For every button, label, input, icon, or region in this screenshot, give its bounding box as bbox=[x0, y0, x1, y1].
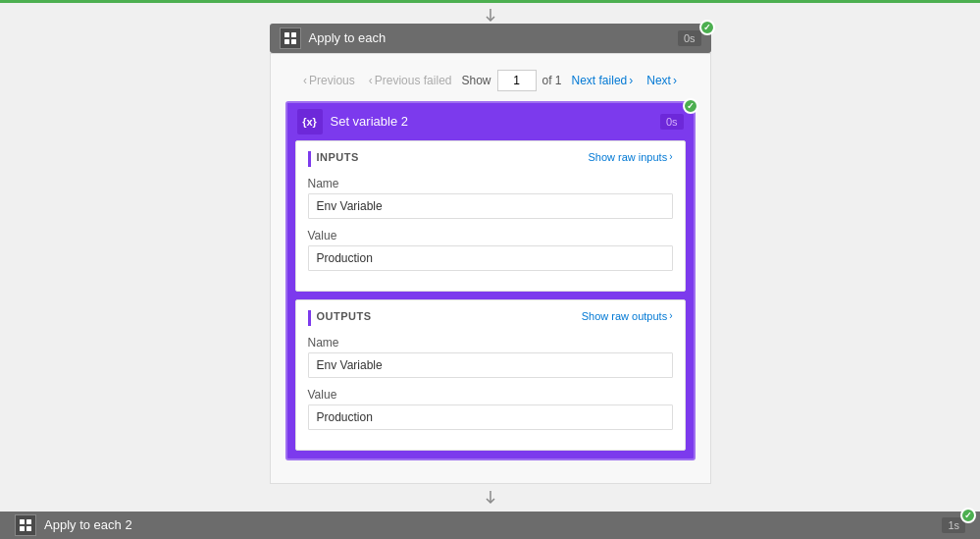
apply-each-icon bbox=[280, 27, 301, 49]
inputs-name-label: Name bbox=[308, 177, 673, 190]
outputs-title: OUTPUTS bbox=[317, 310, 372, 322]
apply-each-left: Apply to each bbox=[280, 27, 387, 49]
svg-rect-8 bbox=[20, 526, 25, 531]
outputs-value-value: Production bbox=[308, 404, 673, 430]
show-label: Show bbox=[461, 74, 490, 87]
set-variable-left: {x} Set variable 2 bbox=[297, 109, 409, 135]
inputs-value-value: Production bbox=[308, 245, 673, 271]
previous-button[interactable]: ‹ Previous bbox=[299, 72, 359, 89]
set-variable-badge: 0s bbox=[660, 114, 684, 130]
ae2-left: Apply to each 2 bbox=[15, 514, 132, 536]
svg-rect-7 bbox=[26, 519, 31, 524]
apply-each-success-dot bbox=[699, 20, 715, 35]
apply-each-title: Apply to each bbox=[309, 30, 387, 45]
ae2-success-dot bbox=[960, 508, 976, 523]
chevron-left-icon: ‹ bbox=[303, 74, 307, 87]
next-failed-button[interactable]: Next failed › bbox=[568, 72, 638, 89]
outputs-name-group: Name Env Variable bbox=[308, 336, 673, 378]
ae2-title: Apply to each 2 bbox=[44, 517, 132, 532]
inputs-name-group: Name Env Variable bbox=[308, 177, 673, 219]
outputs-value-group: Value Production bbox=[308, 388, 673, 430]
outputs-panel-header: OUTPUTS Show raw outputs › bbox=[308, 310, 673, 326]
chevron-left2-icon: ‹ bbox=[369, 74, 373, 87]
outputs-panel: OUTPUTS Show raw outputs › Name Env Vari… bbox=[295, 299, 686, 451]
inputs-value-label: Value bbox=[308, 229, 673, 243]
svg-rect-6 bbox=[20, 519, 25, 524]
inputs-value-group: Value Production bbox=[308, 229, 673, 271]
show-raw-outputs-button[interactable]: Show raw outputs › bbox=[582, 310, 673, 322]
top-green-line bbox=[0, 0, 980, 3]
top-arrow bbox=[483, 8, 498, 24]
ae2-icon bbox=[15, 514, 36, 536]
main-container: Apply to each 0s ‹ Previous ‹ Previous f… bbox=[0, 0, 980, 539]
chevron-right-inputs-icon: › bbox=[669, 151, 672, 162]
outputs-name-value: Env Variable bbox=[308, 352, 673, 378]
chevron-right-next-failed-icon: › bbox=[629, 74, 633, 87]
pagination-nav: ‹ Previous ‹ Previous failed Show of 1 N… bbox=[285, 64, 696, 101]
chevron-right-outputs-icon: › bbox=[669, 310, 672, 321]
outputs-name-label: Name bbox=[308, 336, 673, 350]
svg-rect-1 bbox=[284, 32, 289, 37]
variable-icon: {x} bbox=[297, 109, 323, 135]
svg-rect-3 bbox=[284, 39, 289, 44]
inputs-panel-header: INPUTS Show raw inputs › bbox=[308, 151, 673, 167]
show-raw-inputs-button[interactable]: Show raw inputs › bbox=[588, 151, 672, 163]
svg-rect-4 bbox=[291, 39, 296, 44]
apply-each2-block[interactable]: Apply to each 2 1s bbox=[0, 512, 980, 539]
apply-each-badge: 0s bbox=[678, 30, 701, 46]
set-variable-header: {x} Set variable 2 0s bbox=[287, 103, 694, 140]
next-button[interactable]: Next › bbox=[643, 72, 681, 89]
apply-each-block[interactable]: Apply to each 0s bbox=[270, 24, 711, 53]
set-variable-title: Set variable 2 bbox=[331, 114, 409, 129]
of-label: of 1 bbox=[542, 74, 562, 87]
page-input[interactable] bbox=[497, 70, 537, 91]
inputs-panel: INPUTS Show raw inputs › Name Env Variab… bbox=[295, 140, 686, 292]
chevron-right-next-icon: › bbox=[673, 74, 677, 87]
svg-rect-2 bbox=[291, 32, 296, 37]
bottom-arrow bbox=[483, 490, 498, 506]
set-variable-success-dot bbox=[683, 98, 698, 114]
set-variable-block[interactable]: {x} Set variable 2 0s INPUTS Show raw in… bbox=[285, 101, 696, 460]
inputs-title: INPUTS bbox=[317, 151, 359, 163]
previous-failed-button[interactable]: ‹ Previous failed bbox=[365, 72, 456, 89]
outputs-value-label: Value bbox=[308, 388, 673, 402]
inputs-name-value: Env Variable bbox=[308, 193, 673, 219]
inner-content: ‹ Previous ‹ Previous failed Show of 1 N… bbox=[270, 53, 711, 484]
svg-rect-9 bbox=[26, 526, 31, 531]
